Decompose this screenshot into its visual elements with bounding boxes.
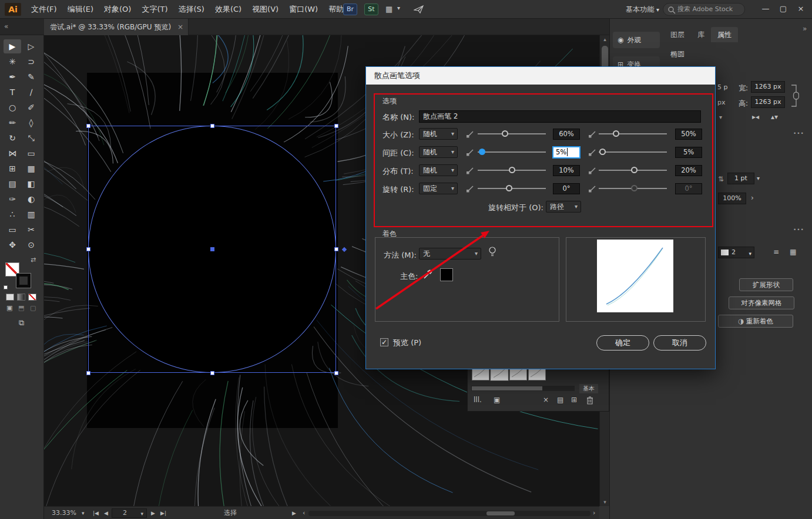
spacing-value-1[interactable]: 5% <box>553 147 580 158</box>
selection-handle[interactable] <box>334 247 338 251</box>
spacing-slider-1-thumb[interactable] <box>479 149 485 155</box>
appearance-more-options-icon[interactable]: ••• <box>793 227 804 232</box>
menu-select[interactable]: 选择(S) <box>173 0 209 19</box>
tab-properties[interactable]: 属性 <box>711 27 738 42</box>
brush-folder-icon[interactable]: ▣ <box>494 396 500 404</box>
paintbrush-tool[interactable]: ✐ <box>22 100 40 114</box>
scatter-slider-1-thumb[interactable] <box>509 167 515 173</box>
spacing-slider-2-track[interactable] <box>599 151 667 153</box>
gradient-mode-button[interactable] <box>17 294 25 301</box>
stroke-swatch[interactable] <box>16 274 31 288</box>
zoom-level[interactable]: 33.33% <box>52 507 76 519</box>
swap-fill-stroke-icon[interactable]: ⇄ <box>31 256 36 264</box>
collapse-left-icon[interactable]: « <box>4 22 8 31</box>
magic-wand-tool[interactable]: ✳ <box>4 55 21 69</box>
spacing-value-2[interactable]: 5% <box>675 147 702 158</box>
panel-collapse-right-icon[interactable]: » <box>803 25 807 33</box>
curvature-tool[interactable]: ✎ <box>22 70 40 84</box>
arrange-documents-icon[interactable]: ▦ <box>385 5 392 14</box>
variable-width-icon[interactable]: ≡ <box>773 248 779 256</box>
selection-handle[interactable] <box>334 371 338 375</box>
align-pixel-grid-button[interactable]: 对齐像素网格 <box>729 296 794 309</box>
line-segment-tool[interactable]: ∕ <box>22 85 40 99</box>
rotation-slider-2-track[interactable] <box>599 188 667 189</box>
scroll-up-icon[interactable]: ▴ <box>600 36 610 42</box>
height-field[interactable]: 1263 px <box>751 96 785 108</box>
last-artboard-icon[interactable]: ▶| <box>160 507 166 519</box>
selection-handle[interactable] <box>86 371 90 375</box>
brush-definition-field[interactable]: 2 ▾ <box>718 247 754 258</box>
app-logo[interactable]: Ai <box>5 3 21 16</box>
workspace-switcher[interactable]: 基本功能 ▾ <box>626 5 659 15</box>
expand-shape-button[interactable]: 扩展形状 <box>739 278 793 291</box>
brush-libraries-icon[interactable]: lll. <box>474 396 482 404</box>
menu-file[interactable]: 文件(F) <box>26 0 62 19</box>
scatter-value-2[interactable]: 20% <box>675 165 702 176</box>
menu-type[interactable]: 文字(T) <box>136 0 173 19</box>
tab-close-icon[interactable]: × <box>177 19 183 35</box>
stroke-stepper-icon[interactable]: ⇅ <box>718 175 724 183</box>
rotation-slider-1-track[interactable] <box>478 188 546 189</box>
type-tool[interactable]: T <box>4 85 21 99</box>
eyedropper-tool[interactable]: ✑ <box>4 192 21 206</box>
artboard-caret-icon[interactable]: ▾ <box>140 510 143 518</box>
brushes-scroll-thumb[interactable] <box>472 386 542 390</box>
name-input[interactable]: 散点画笔 2 <box>419 110 701 123</box>
spacing-slider-1-track[interactable] <box>478 151 546 153</box>
artboard-tool[interactable]: ▭ <box>4 223 21 237</box>
cancel-button[interactable]: 取消 <box>653 335 706 351</box>
flip-vertical-icon[interactable]: ▴▾ <box>771 113 778 121</box>
recolor-button[interactable]: ◑ 重新着色 <box>718 315 793 328</box>
rotation-slider-2-thumb[interactable] <box>631 185 637 191</box>
scatter-mode-dropdown[interactable]: 随机▾ <box>419 164 458 176</box>
brushes-scrollbar[interactable] <box>471 386 575 391</box>
scatter-slider-2-thumb[interactable] <box>631 167 637 173</box>
scroll-right-icon[interactable]: › <box>593 507 595 519</box>
lasso-tool[interactable]: ⊃ <box>22 55 40 69</box>
scatter-slider-2-track[interactable] <box>599 170 667 171</box>
arrange-documents-caret[interactable]: ▾ <box>397 5 400 11</box>
stroke-caret-icon[interactable]: ▾ <box>757 175 760 181</box>
tab-libraries[interactable]: 库 <box>691 27 711 42</box>
menu-effect[interactable]: 效果(C) <box>210 0 247 19</box>
draw-behind-icon[interactable]: ⬒ <box>18 304 24 312</box>
opacity-field[interactable]: 100% <box>718 193 746 204</box>
bridge-badge[interactable]: Br <box>343 4 357 15</box>
opacity-expand-icon[interactable]: › <box>751 194 754 202</box>
rotation-value-1[interactable]: 0° <box>553 183 580 194</box>
selection-handle[interactable] <box>334 124 338 128</box>
selection-handle[interactable] <box>86 124 90 128</box>
maximize-button[interactable]: ▢ <box>774 1 792 16</box>
zoom-caret-icon[interactable]: ▾ <box>82 507 85 519</box>
width-field[interactable]: 1263 px <box>751 81 785 93</box>
size-mode-dropdown[interactable]: 随机▾ <box>419 128 458 140</box>
center-anchor[interactable] <box>210 247 214 251</box>
dialog-title-bar[interactable]: 散点画笔选项 <box>366 67 715 85</box>
size-value-2[interactable]: 50% <box>675 129 702 140</box>
screen-mode-icon[interactable]: ⧉ <box>19 318 24 328</box>
selection-handle[interactable] <box>86 247 90 251</box>
scroll-left-icon[interactable]: ‹ <box>303 507 305 519</box>
gradient-tool[interactable]: ◧ <box>22 177 40 191</box>
method-dropdown[interactable]: 无 ▾ <box>419 248 481 260</box>
rotate-caret-icon[interactable]: ▾ <box>719 114 722 120</box>
pencil-tool[interactable]: ✏ <box>4 116 21 130</box>
size-slider-1-thumb[interactable] <box>502 130 508 137</box>
appearance-panel-button[interactable]: ◉外观 <box>613 32 660 48</box>
menu-object[interactable]: 对象(O) <box>99 0 136 19</box>
link-dimensions-icon[interactable] <box>790 82 799 109</box>
prev-artboard-icon[interactable]: ◀ <box>104 507 108 519</box>
none-mode-button[interactable] <box>28 294 36 301</box>
rotation-mode-dropdown[interactable]: 固定▾ <box>419 183 458 194</box>
mesh-tool[interactable]: ▤ <box>4 177 21 191</box>
scatter-value-1[interactable]: 10% <box>553 165 580 176</box>
preview-checkbox[interactable]: ✓ <box>380 338 388 346</box>
horizontal-scroll-thumb[interactable] <box>486 511 515 515</box>
menu-edit[interactable]: 编辑(E) <box>62 0 99 19</box>
delete-brush-icon[interactable] <box>586 396 593 405</box>
scatter-slider-1-track[interactable] <box>478 170 546 171</box>
first-artboard-icon[interactable]: |◀ <box>93 507 99 519</box>
symbol-sprayer-tool[interactable]: ∴ <box>4 207 21 221</box>
minimize-button[interactable]: — <box>757 1 774 16</box>
spacing-mode-dropdown[interactable]: 随机▾ <box>419 146 458 158</box>
